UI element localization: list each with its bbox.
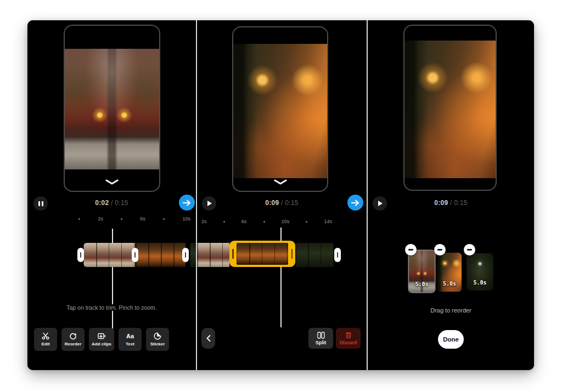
next-button[interactable] xyxy=(179,195,195,211)
remove-clip-button[interactable] xyxy=(405,244,417,255)
clip-duration: 5.0s xyxy=(409,281,435,287)
minus-icon xyxy=(437,249,442,251)
video-preview[interactable] xyxy=(403,25,497,191)
playback-time: 0:09 / 0:15 xyxy=(197,199,367,207)
reorder-clip-1[interactable]: 5.0s xyxy=(409,251,435,292)
video-editor-screens: 0:02 / 0:15 2s 6s 10s Tap on track to tr… xyxy=(27,20,534,370)
selected-clip[interactable] xyxy=(229,241,295,267)
trim-handle-start[interactable] xyxy=(77,248,84,262)
sticker-icon xyxy=(154,332,161,340)
preview-image-pub xyxy=(65,49,159,169)
collapse-preview-icon[interactable] xyxy=(105,177,119,187)
reorder-button[interactable]: Reorder xyxy=(61,328,85,351)
text-button[interactable]: Aa Text xyxy=(119,328,142,351)
trim-handle-left[interactable] xyxy=(232,249,234,259)
next-button[interactable] xyxy=(347,195,363,211)
collapse-preview-icon[interactable] xyxy=(274,177,287,187)
timeline-clip-3[interactable] xyxy=(190,243,196,267)
back-button[interactable] xyxy=(201,328,215,349)
timeline-ruler: 2s 6s 10s 14s xyxy=(201,218,332,225)
remove-clip-button[interactable] xyxy=(464,244,475,255)
sticker-button[interactable]: Sticker xyxy=(146,328,169,351)
scissors-icon xyxy=(42,332,49,340)
add-clips-icon xyxy=(98,332,106,340)
arrow-right-icon xyxy=(183,200,191,206)
preview-image-alley xyxy=(404,41,496,178)
panel-trim: 0:02 / 0:15 2s 6s 10s Tap on track to tr… xyxy=(27,20,196,370)
arrow-right-icon xyxy=(351,200,359,206)
trim-handle-mid[interactable] xyxy=(132,248,138,262)
trim-handle-end[interactable] xyxy=(182,248,189,262)
split-icon xyxy=(317,332,325,339)
timeline-clip-3[interactable] xyxy=(295,243,334,267)
playback-time: 0:02 / 0:15 xyxy=(27,199,196,207)
selected-clip-filmstrip xyxy=(237,243,288,265)
trim-handle-right[interactable] xyxy=(291,249,293,259)
panel-clip-selected: 0:09 / 0:15 2s 6s 10s 14s Split xyxy=(197,20,367,370)
clip-duration: 5.0s xyxy=(467,280,493,286)
drag-hint: Drag to reorder xyxy=(368,307,534,314)
done-button[interactable]: Done xyxy=(438,330,464,349)
panel-reorder: 0:09 / 0:15 5.0s 5.0s 5.0s Drag to reord… xyxy=(368,20,534,370)
split-button[interactable]: Split xyxy=(308,328,333,349)
reorder-clip-2[interactable]: 5.0s xyxy=(437,253,462,292)
timeline-clip-1[interactable] xyxy=(83,243,135,267)
discard-button[interactable]: Discard xyxy=(336,328,361,349)
timeline-ruler: 2s 6s 10s xyxy=(78,215,190,222)
preview-image-alley xyxy=(233,44,327,178)
minus-icon xyxy=(467,249,472,251)
playback-time: 0:09 / 0:15 xyxy=(368,199,534,207)
reorder-clip-3[interactable]: 5.0s xyxy=(467,253,493,291)
editor-toolbar: Edit Reorder Add clips Aa Text xyxy=(34,328,169,351)
chevron-left-icon xyxy=(206,335,211,342)
rotate-icon xyxy=(69,332,77,340)
trash-icon xyxy=(345,332,352,339)
video-preview[interactable] xyxy=(64,25,160,192)
add-clips-button[interactable]: Add clips xyxy=(89,328,114,351)
trim-handle-end[interactable] xyxy=(334,248,341,262)
text-icon: Aa xyxy=(126,332,134,340)
timeline-clip-1[interactable] xyxy=(197,243,229,267)
minus-icon xyxy=(408,249,413,251)
edit-button[interactable]: Edit xyxy=(34,328,57,351)
remove-clip-button[interactable] xyxy=(434,244,446,255)
video-preview[interactable] xyxy=(232,26,328,192)
clip-duration: 5.0s xyxy=(437,281,462,287)
trim-hint: Tap on track to trim. Pinch to zoom. xyxy=(27,302,196,312)
timeline-clip-2[interactable] xyxy=(136,243,186,267)
